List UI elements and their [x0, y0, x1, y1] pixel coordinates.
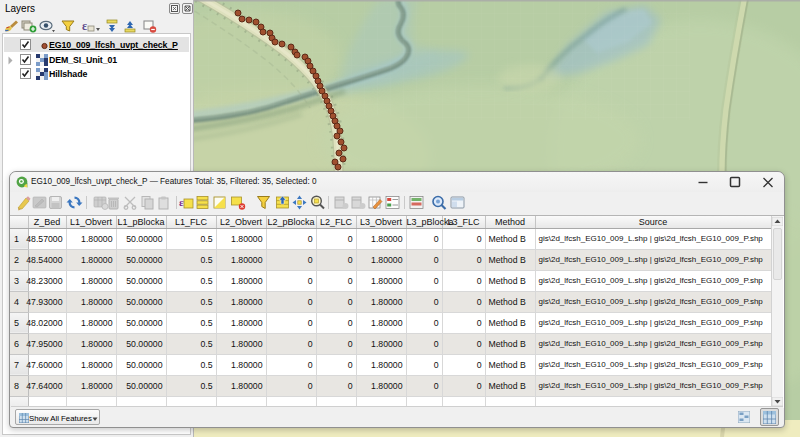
svg-text:ε: ε [179, 196, 184, 208]
svg-text:ε: ε [82, 19, 87, 33]
